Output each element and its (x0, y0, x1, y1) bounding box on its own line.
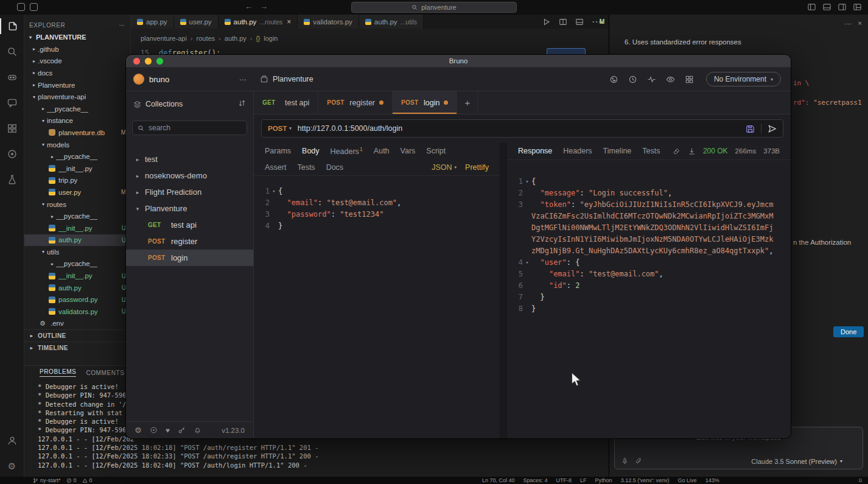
panel-tab-comments[interactable]: COMMENTS (86, 370, 124, 376)
explorer-item--init-py[interactable]: __init__.py (24, 163, 130, 175)
new-request-tab-button[interactable]: + (457, 91, 478, 114)
layout-sidebar-icon[interactable] (807, 2, 816, 12)
activity-pulse-icon[interactable] (647, 75, 656, 84)
explorer-root-folder[interactable]: ▾ PLANVENTURE (24, 31, 130, 43)
explorer-item--pycache-[interactable]: ▸__pycache__ (24, 258, 130, 270)
explorer-item-user-py[interactable]: user.pyM (24, 186, 130, 198)
request-tab-tests[interactable]: Tests (297, 163, 315, 172)
explorer-item-password-py[interactable]: password.pyU (24, 293, 130, 306)
copilot-view-icon[interactable] (0, 69, 24, 85)
nav-back-icon[interactable]: ← (245, 2, 253, 11)
pane-divider[interactable] (500, 142, 507, 438)
split-editor-icon[interactable] (559, 18, 567, 26)
response-tab-response[interactable]: Response (518, 147, 552, 155)
collection-planventure[interactable]: ▾Planventure (126, 200, 253, 217)
collection-test[interactable]: ▸test (126, 151, 253, 167)
explorer-item--init-py[interactable]: __init__.pyU (24, 270, 130, 282)
explorer-item--pycache-[interactable]: ▸__pycache__ (24, 210, 130, 222)
command-center-search[interactable]: planventure (351, 2, 517, 13)
breadcrumb-item[interactable]: routes (197, 35, 215, 42)
done-button[interactable]: Done (833, 326, 864, 337)
editor-tab-user-py[interactable]: user.pyM (174, 15, 219, 29)
error-count[interactable]: 0 (66, 477, 77, 483)
extensions-view-icon[interactable] (0, 121, 24, 136)
fold-icon[interactable]: ▾ (270, 186, 278, 197)
status-item-ln-70-col-40[interactable]: Ln 70, Col 40 (482, 477, 515, 483)
account-icon[interactable] (0, 433, 24, 449)
model-picker[interactable]: Claude 3.5 Sonnet (Preview) ▾ (751, 458, 842, 465)
warning-count[interactable]: 0 (82, 477, 93, 483)
explorer-view-icon[interactable] (0, 18, 24, 34)
explorer-item-models[interactable]: ▾models (24, 139, 130, 151)
bruno-menu-icon[interactable]: ⋯ (239, 75, 247, 84)
explorer-item--env[interactable]: ⚙.env (24, 318, 130, 330)
explorer-item-planventure[interactable]: ▸Planventure (24, 79, 130, 91)
status-item-go-live[interactable]: Go Live (678, 477, 697, 483)
editor-tab-validators-py[interactable]: validators.pyU (298, 15, 359, 29)
attach-icon[interactable] (635, 457, 643, 465)
explorer-item-routes[interactable]: ▾routes (24, 198, 130, 211)
explorer-more-actions-icon[interactable]: ⋯ (119, 22, 125, 29)
settings-gear-icon[interactable]: ⚙ (0, 458, 24, 474)
fold-icon[interactable]: ▾ (523, 176, 531, 188)
explorer-item--pycache-[interactable]: ▸__pycache__ (24, 150, 130, 163)
explorer-item-auth-py[interactable]: auth.pyU (24, 234, 130, 247)
clear-response-icon[interactable] (673, 147, 681, 155)
eye-icon[interactable] (666, 75, 675, 84)
body-mode-selector[interactable]: JSON▾ (432, 163, 457, 172)
explorer-item-instance[interactable]: ▾instance (24, 115, 130, 127)
editor-tab-auth-py[interactable]: auth.py...routesU× (219, 15, 298, 29)
prettify-button[interactable]: Prettify (465, 163, 489, 172)
explorer-item-docs[interactable]: ▸docs (24, 67, 130, 79)
bell-icon[interactable] (194, 426, 201, 434)
heart-icon[interactable]: ♥ (166, 426, 170, 435)
cookie-icon[interactable] (609, 75, 618, 84)
layout-icon[interactable] (575, 18, 584, 26)
request-tab-headers[interactable]: Headers1 (331, 146, 363, 156)
grid-icon[interactable] (685, 75, 694, 84)
panel-more-icon[interactable]: ⋯ (845, 19, 852, 28)
test-view-icon[interactable] (0, 172, 24, 188)
request-post-login[interactable]: POSTlogin (126, 250, 253, 266)
fold-icon[interactable]: ▾ (523, 257, 531, 268)
download-response-icon[interactable] (688, 147, 696, 155)
status-item-143-[interactable]: 143% (705, 477, 719, 483)
history-clock-icon[interactable] (628, 75, 637, 84)
maximize-window-button[interactable] (156, 58, 163, 65)
url-input[interactable]: http://127.0.0.1:5000/auth/login (298, 124, 740, 133)
explorer-item-trip-py[interactable]: trip.py (24, 175, 130, 187)
docker-view-icon[interactable] (0, 146, 24, 162)
notifications-bell-icon[interactable] (858, 477, 863, 484)
request-tab-params[interactable]: Params (265, 147, 291, 155)
sidebar-section-outline[interactable]: ▸OUTLINE (24, 329, 130, 342)
layout-secondary-sidebar-icon[interactable] (838, 2, 847, 12)
workspace-selector[interactable]: Planventure (254, 75, 313, 83)
breadcrumb-item[interactable]: auth.py (225, 35, 247, 42)
editor-tab-app-py[interactable]: app.pyM (131, 15, 174, 29)
request-tab-auth[interactable]: Auth (374, 147, 390, 155)
explorer-item-auth-py[interactable]: auth.pyU (24, 282, 130, 294)
request-tab-post-login[interactable]: POSTlogin (393, 91, 457, 114)
settings-gear-icon[interactable]: ⚙ (135, 426, 142, 435)
request-tab-assert[interactable]: Assert (265, 163, 286, 172)
status-item-spaces-4[interactable]: Spaces: 4 (523, 477, 548, 483)
breadcrumb-item[interactable]: planventure-api (141, 35, 187, 42)
request-get-test-api[interactable]: GETtest api (126, 217, 253, 233)
explorer-item--pycache-[interactable]: ▸__pycache__ (24, 103, 130, 115)
explorer-item--github[interactable]: ▸.github (24, 43, 130, 55)
explorer-item-planventure-api[interactable]: ▾planventure-api (24, 91, 130, 103)
status-item-utf-8[interactable]: UTF-8 (556, 477, 572, 483)
window-control-icon[interactable] (17, 3, 25, 11)
response-tab-tests[interactable]: Tests (642, 147, 660, 155)
status-item-python[interactable]: Python (595, 477, 612, 483)
mic-icon[interactable] (621, 457, 629, 465)
environment-selector[interactable]: No Environment ▾ (706, 72, 781, 86)
run-debug-icon[interactable] (542, 18, 551, 26)
method-selector[interactable]: POST ▾ (268, 125, 292, 132)
save-icon[interactable] (746, 124, 755, 133)
explorer-item-validators-py[interactable]: validators.pyU (24, 306, 130, 318)
nav-forward-icon[interactable]: → (260, 2, 268, 11)
sidebar-section-timeline[interactable]: ▸TIMELINE (24, 342, 130, 354)
response-body-viewer[interactable]: 1▾{2 "message": "Login successful",3 "to… (507, 160, 791, 438)
window-controls[interactable] (17, 3, 38, 11)
